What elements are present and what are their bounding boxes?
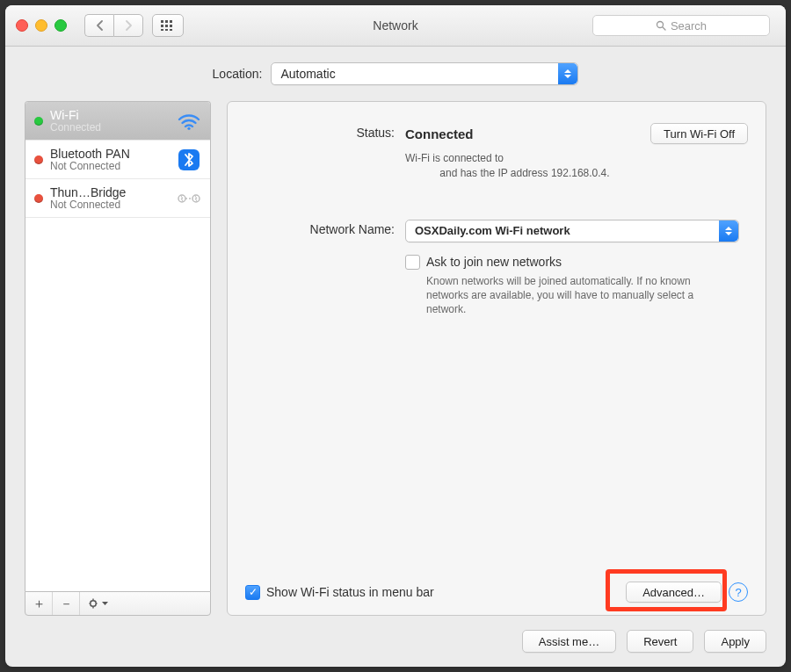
svg-rect-6 (161, 29, 163, 31)
help-button[interactable]: ? (729, 582, 748, 602)
service-status: Connected (50, 122, 170, 134)
network-name-value: OSXDaily.com Wi-Fi network (415, 224, 570, 237)
service-name: Thun…Bridge (50, 185, 170, 199)
apply-button[interactable]: Apply (704, 630, 766, 653)
svg-rect-4 (165, 25, 168, 27)
service-list-footer: ＋ － (25, 591, 211, 616)
main-split: Wi-Fi Connected Bluetooth PAN Not Connec… (25, 101, 766, 616)
search-icon (656, 20, 666, 31)
network-name-label: Network Name: (245, 220, 405, 236)
svg-rect-3 (161, 25, 163, 27)
status-dot-icon (34, 194, 43, 203)
network-name-row: Network Name: OSXDaily.com Wi-Fi network… (245, 220, 748, 317)
thunderbolt-bridge-icon (177, 186, 201, 211)
location-select[interactable]: Automatic (271, 62, 578, 85)
gear-icon (88, 597, 100, 610)
location-value: Automatic (280, 67, 335, 81)
show-in-menubar-label: Show Wi-Fi status in menu bar (266, 585, 434, 599)
svg-line-23 (95, 601, 96, 602)
service-name: Wi-Fi (50, 108, 170, 122)
service-actions-menu[interactable] (80, 592, 115, 615)
service-list[interactable]: Wi-Fi Connected Bluetooth PAN Not Connec… (25, 101, 211, 591)
svg-rect-2 (170, 20, 172, 23)
svg-line-10 (663, 27, 665, 30)
toggle-wifi-button[interactable]: Turn Wi-Fi Off (650, 123, 748, 144)
show-all-button[interactable] (152, 14, 184, 37)
service-item-wifi[interactable]: Wi-Fi Connected (25, 102, 210, 141)
minimize-button[interactable] (35, 19, 47, 32)
wifi-icon (177, 109, 201, 134)
bluetooth-icon (177, 148, 201, 172)
service-item-bluetooth-pan[interactable]: Bluetooth PAN Not Connected (25, 141, 210, 179)
svg-point-11 (187, 126, 190, 129)
pane-footer: Show Wi-Fi status in menu bar Advanced… … (245, 582, 748, 603)
location-row: Location: Automatic (25, 62, 766, 85)
close-button[interactable] (16, 19, 28, 32)
show-in-menubar-checkbox[interactable] (245, 585, 260, 600)
add-service-button[interactable]: ＋ (25, 592, 53, 615)
zoom-button[interactable] (54, 19, 67, 32)
titlebar: Network Search (5, 5, 786, 47)
ask-to-join-label: Ask to join new networks (426, 255, 562, 269)
svg-rect-8 (170, 29, 172, 31)
svg-line-22 (90, 605, 91, 606)
remove-service-button[interactable]: － (53, 592, 80, 615)
select-stepper-icon (558, 63, 577, 84)
service-status: Not Connected (50, 161, 170, 173)
back-button[interactable] (84, 14, 113, 37)
ask-to-join-checkbox[interactable] (405, 255, 420, 270)
svg-line-20 (90, 601, 91, 602)
assist-me-button[interactable]: Assist me… (522, 630, 616, 653)
svg-rect-1 (165, 20, 168, 23)
status-description: Wi-Fi is connected to xxxxxx and has the… (405, 151, 704, 181)
search-input[interactable]: Search (592, 15, 770, 36)
select-stepper-icon (719, 220, 738, 242)
advanced-button[interactable]: Advanced… (626, 582, 722, 603)
svg-line-21 (95, 605, 96, 606)
bottom-buttons: Assist me… Revert Apply (25, 630, 766, 653)
detail-pane: Status: Connected Turn Wi-Fi Off Wi-Fi i… (227, 101, 766, 616)
status-dot-icon (34, 155, 43, 164)
svg-rect-5 (170, 25, 172, 27)
search-placeholder: Search (671, 19, 707, 33)
status-value: Connected (405, 126, 474, 141)
window-controls (16, 19, 67, 32)
service-item-thunderbolt-bridge[interactable]: Thun…Bridge Not Connected (25, 179, 210, 218)
svg-rect-0 (161, 20, 163, 23)
network-name-select[interactable]: OSXDaily.com Wi-Fi network (405, 220, 739, 242)
status-row: Status: Connected Turn Wi-Fi Off Wi-Fi i… (245, 123, 748, 181)
nav-buttons (84, 14, 143, 37)
svg-rect-7 (165, 29, 168, 31)
svg-point-9 (657, 22, 663, 28)
forward-button[interactable] (113, 14, 143, 37)
chevron-down-icon (102, 602, 108, 606)
location-label: Location: (213, 67, 263, 81)
status-label: Status: (245, 123, 405, 140)
service-sidebar: Wi-Fi Connected Bluetooth PAN Not Connec… (25, 101, 211, 616)
ask-to-join-help: Known networks will be joined automatica… (426, 274, 708, 317)
window-body: Location: Automatic Wi-Fi Connected (5, 47, 786, 667)
network-prefs-window: Network Search Location: Automatic (5, 5, 786, 667)
status-dot-icon (34, 117, 43, 126)
service-name: Bluetooth PAN (50, 147, 170, 161)
service-status: Not Connected (50, 199, 170, 212)
revert-button[interactable]: Revert (627, 630, 693, 653)
